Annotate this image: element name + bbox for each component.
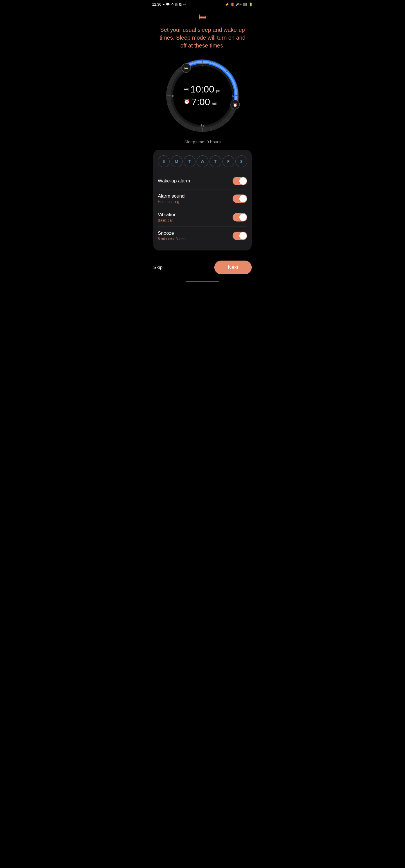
sleep-handle-icon[interactable]: 🛏 xyxy=(184,66,188,70)
status-icon-2: ▤ xyxy=(175,3,177,6)
vibration-toggle[interactable] xyxy=(233,213,247,221)
status-right-icons: ⚡ 🔇 WiFi ▌▌ 🔋 xyxy=(225,3,253,6)
sleep-duration: Sleep time: 9 hours xyxy=(184,140,221,144)
snooze-toggle[interactable] xyxy=(233,231,247,240)
sleep-time: 10:00 xyxy=(191,84,214,95)
vibration-value: Basic call xyxy=(158,218,177,222)
day-tuesday[interactable]: T xyxy=(184,155,196,167)
skip-button[interactable]: Skip xyxy=(153,265,163,270)
next-button[interactable]: Next xyxy=(214,260,252,274)
home-indicator xyxy=(185,281,220,282)
wake-time-row: ⏰ 7:00 am xyxy=(184,96,222,107)
status-bar: 12:30 ◂ 💬 ✿ ▤ 🖼 ⋯ ⚡ 🔇 WiFi ▌▌ 🔋 xyxy=(148,0,257,8)
setting-alarm-sound[interactable]: Alarm sound Homecoming xyxy=(158,189,247,208)
whatsapp-icon: 💬 xyxy=(166,3,170,6)
setting-vibration[interactable]: Vibration Basic call xyxy=(158,208,247,226)
sleep-icon: 🛏 xyxy=(184,86,189,92)
sleep-time-row: 🛏 10:00 pm xyxy=(184,84,222,95)
snooze-label-group: Snooze 5 minutes, 3 times xyxy=(158,230,187,241)
snooze-label: Snooze xyxy=(158,230,187,236)
sleep-ampm: pm xyxy=(216,89,221,93)
day-wednesday[interactable]: W xyxy=(197,155,208,167)
day-monday[interactable]: M xyxy=(171,155,182,167)
headline-text: Set your usual sleep and wake-up times. … xyxy=(153,26,252,50)
days-row: S M T W T F S xyxy=(158,155,247,167)
status-icon-1: ✿ xyxy=(171,3,174,6)
snooze-value: 5 minutes, 3 times xyxy=(158,237,187,241)
clock-center: 🛏 10:00 pm ⏰ 7:00 am xyxy=(184,84,222,107)
alarm-sound-value: Homecoming xyxy=(158,199,184,204)
dial-label-6: 6 xyxy=(232,94,234,98)
dial-label-0: 0 xyxy=(201,65,203,69)
signal-icon: ▌▌ xyxy=(243,3,248,6)
status-icon-3: 🖼 xyxy=(179,3,182,6)
wake-handle-icon[interactable]: ⏰ xyxy=(233,102,238,107)
day-saturday[interactable]: S xyxy=(235,155,247,167)
alarm-sound-toggle[interactable] xyxy=(233,194,247,203)
alarm-sound-label-group: Alarm sound Homecoming xyxy=(158,193,184,204)
bluetooth-icon: ⚡ xyxy=(225,3,229,6)
bottom-bar: Skip Next xyxy=(148,256,257,281)
settings-card: S M T W T F S Wake-up alarm Alarm sound … xyxy=(153,150,252,250)
wake-time: 7:00 xyxy=(192,96,210,107)
setting-snooze[interactable]: Snooze 5 minutes, 3 times xyxy=(158,226,247,245)
alarm-sound-label: Alarm sound xyxy=(158,193,184,199)
day-thursday[interactable]: T xyxy=(209,155,221,167)
wakeup-alarm-label: Wake-up alarm xyxy=(158,178,190,184)
vibration-label: Vibration xyxy=(158,212,177,218)
alarm-icon: ⏰ xyxy=(184,99,190,105)
nav-icon: ◂ xyxy=(163,3,165,6)
time-display: 12:30 xyxy=(152,2,162,6)
wake-ampm: am xyxy=(212,101,217,106)
setting-wakeup-alarm: Wake-up alarm xyxy=(158,173,247,189)
bed-icon: 🛏 xyxy=(199,12,206,21)
day-friday[interactable]: F xyxy=(223,155,234,167)
vibration-label-group: Vibration Basic call xyxy=(158,212,177,222)
wakeup-alarm-toggle[interactable] xyxy=(233,177,247,185)
battery-icon: 🔋 xyxy=(249,3,253,6)
day-sunday[interactable]: S xyxy=(158,155,170,167)
sleep-clock-dial[interactable]: 0 6 12 18 🛏 ⏰ 🛏 10:00 pm ⏰ xyxy=(163,56,242,135)
wifi-icon: WiFi xyxy=(236,3,242,6)
dial-label-18: 18 xyxy=(170,94,174,98)
status-time: 12:30 ◂ 💬 ✿ ▤ 🖼 ⋯ xyxy=(152,2,186,6)
mute-icon: 🔇 xyxy=(230,3,235,6)
dial-label-12: 12 xyxy=(201,123,204,127)
status-icon-4: ⋯ xyxy=(183,3,186,6)
main-content: 🛏 Set your usual sleep and wake-up times… xyxy=(148,8,257,256)
setting-wakeup-label-group: Wake-up alarm xyxy=(158,178,190,184)
